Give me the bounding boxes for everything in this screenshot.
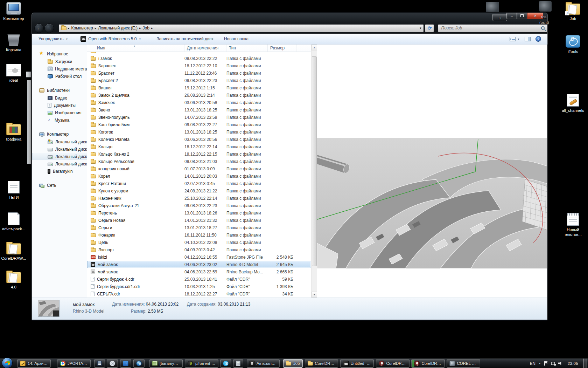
file-row[interactable]: Серги бурдюк.cdr1.cdr10.03.2013 1:25Файл…	[87, 283, 311, 290]
search-box[interactable]	[438, 24, 548, 32]
sidebar-item[interactable]: Локальный диск (F:)	[32, 160, 87, 168]
sidebar-group-header[interactable]: Избранное	[32, 50, 87, 58]
file-row[interactable]: Барашек18.12.2012 22:10Папка с файлами	[87, 62, 311, 69]
search-input[interactable]	[441, 26, 541, 30]
desktop-icon[interactable]: ideal	[0, 64, 27, 83]
file-row[interactable]: Серьга Новая14.01.2013 21:32Папка с файл…	[87, 217, 311, 224]
refresh-button[interactable]: ⟳	[425, 24, 434, 32]
column-header[interactable]: Тип	[226, 45, 268, 52]
file-row[interactable]: Кольцо18.12.2012 22:14Папка с файлами	[87, 143, 311, 150]
show-hidden-icons-button[interactable]: ▲	[539, 362, 541, 364]
change-view-button[interactable]: ▼	[510, 37, 520, 41]
file-row[interactable]: Обручалки Август 2109.08.2013 22:23Папка…	[87, 202, 311, 209]
back-button[interactable]: ←	[34, 23, 44, 33]
file-row[interactable]: i замок09.08.2013 22:22Папка с файлами	[87, 55, 311, 62]
network-status-icon[interactable]	[551, 362, 555, 365]
taskbar-button[interactable]: µTorrent 3.3	[185, 359, 218, 368]
show-desktop-button[interactable]	[583, 359, 587, 368]
action-center-flag-icon[interactable]	[544, 361, 548, 366]
sidebar-item[interactable]: Локальный диск (E:)	[32, 153, 87, 160]
organize-button[interactable]: Упорядочить ▼	[35, 34, 72, 44]
breadcrumb[interactable]: ▸Компьютер▸Локальный диск (E:)▸Job▸ ▼	[58, 24, 424, 32]
taskbar-button[interactable]: Untitled - ...	[340, 359, 374, 368]
sidebar-item[interactable]: Рабочий стол	[32, 73, 87, 80]
language-indicator[interactable]: EN	[530, 361, 536, 366]
file-row[interactable]: Кольцо Рельсовая09.08.2013 21:03Папка с …	[87, 158, 311, 165]
forward-button[interactable]: →	[44, 23, 54, 33]
volume-icon[interactable]	[558, 361, 562, 365]
start-button[interactable]	[2, 357, 13, 368]
file-row[interactable]: Серьги13.01.2013 18:27Папка с файлами	[87, 224, 311, 231]
taskbar-button[interactable]	[133, 359, 145, 368]
sidebar-group-header[interactable]: Сеть	[32, 182, 87, 189]
help-button[interactable]: ?	[536, 36, 541, 42]
file-row[interactable]: Серги бурдюк 4.cdr25.03.2013 16:41Файл "…	[87, 275, 311, 283]
breadcrumb-item[interactable]: Job	[142, 26, 150, 30]
file-row[interactable]: iskizi04.12.2012 16:55FastStone JPG File…	[87, 253, 311, 261]
desktop-icon[interactable]: Компьютер	[0, 2, 27, 21]
file-row[interactable]: мой замок04.06.2013 22:59Rhino Backup Mo…	[87, 268, 311, 275]
file-row[interactable]: Кольцо Каз-яз 218.12.2012 22:15Папка с ф…	[87, 150, 311, 158]
taskbar-button[interactable]	[233, 359, 243, 368]
open-with-rhinoceros-button[interactable]: Open with Rhinoceros 5.0 ▼	[77, 34, 145, 44]
desktop-icon[interactable]: ↗Job	[559, 2, 587, 21]
sidebar-item[interactable]: Недавние места	[32, 65, 87, 73]
file-row[interactable]: мой замок04.06.2013 23:02Rhino 3-D Model…	[87, 261, 311, 268]
preview-pane-toggle-button[interactable]	[525, 37, 531, 41]
vertical-scrollbar[interactable]: ▲ ▼	[311, 45, 317, 298]
sidebar-item[interactable]: Загрузки	[32, 58, 87, 65]
burn-disc-button[interactable]: Записать на оптический диск	[153, 34, 217, 44]
taskbar-button[interactable]: CorelDRA...	[411, 359, 445, 368]
new-folder-button[interactable]: Новая папка	[220, 34, 252, 44]
file-row[interactable]: СЕРЬГА.cdr18.12.2012 22:27Файл "CDR"34 К…	[87, 290, 311, 298]
occluded-desktop-icon[interactable]	[486, 2, 499, 12]
sidebar-group-header[interactable]: Библиотеки	[32, 87, 87, 94]
desktop-icon[interactable]: CorelDRAW...	[0, 242, 27, 261]
taskbar-button[interactable]: CorelDRA...	[376, 359, 410, 368]
file-row[interactable]: Цепь04.10.2012 22:08Папка с файлами	[87, 239, 311, 246]
file-row[interactable]: Фонарик16.11.2012 11:50Папка с файлами	[87, 231, 311, 239]
window-titlebar[interactable]: ↔ – ×	[31, 13, 548, 23]
taskbar-button[interactable]: 14. Архив ...	[17, 359, 51, 368]
column-header[interactable]: Имя	[87, 45, 184, 52]
desktop-icon[interactable]: ТЕГИ	[0, 181, 27, 200]
taskbar-button[interactable]	[120, 359, 131, 368]
taskbar-button[interactable]: Job	[283, 359, 303, 368]
maximize-button[interactable]	[517, 13, 527, 19]
sidebar-item[interactable]: Музыка	[32, 116, 87, 124]
scroll-down-button[interactable]: ▼	[312, 292, 317, 298]
file-row[interactable]: Колечко Planeta03.06.2013 20:56Папка с ф…	[87, 136, 311, 143]
breadcrumb-dropdown-icon[interactable]: ▼	[419, 27, 422, 30]
scrollbar-thumb[interactable]	[312, 56, 317, 266]
breadcrumb-item[interactable]: Локальный диск (E:)	[97, 26, 139, 30]
column-header[interactable]: Дата изменения	[184, 45, 226, 52]
file-row[interactable]: Замок 2 щелчка26.08.2013 2:14Папка с фай…	[87, 91, 311, 99]
taskbar-button[interactable]: JPORTAL: ...	[57, 359, 91, 368]
taskbar-button[interactable]: Автозапуск	[247, 359, 280, 368]
file-row[interactable]: Браслет11.12.2012 23:46Папка с файлами	[87, 69, 311, 77]
file-row[interactable]: Вишня19.12.2012 1:15Папка с файлами	[87, 84, 311, 91]
file-row[interactable]: Каст брилл 5мм09.08.2013 22:27Папка с фа…	[87, 121, 311, 128]
occluded-desktop-icon[interactable]	[539, 1, 552, 12]
taskbar-button[interactable]	[107, 359, 118, 368]
sidebar-group-header[interactable]: Компьютер	[32, 130, 87, 138]
sidebar-item[interactable]: Локальный диск (D:)	[32, 145, 87, 153]
taskbar-button[interactable]: COREL Pro...	[447, 359, 480, 368]
desktop-icon[interactable]: adver-pack...	[0, 212, 27, 231]
minimize-button[interactable]: –	[506, 13, 517, 19]
file-row[interactable]: Перстень13.01.2013 18:26Папка с файлами	[87, 209, 311, 217]
file-row[interactable]: Коготок13.01.2013 18:25Папка с файлами	[87, 128, 311, 136]
desktop-icon[interactable]: 4.0	[0, 271, 27, 289]
sidebar-item[interactable]: Документы	[32, 102, 87, 109]
file-row[interactable]: Браслет 209.08.2013 22:23Папка с файлами	[87, 77, 311, 84]
scroll-up-button[interactable]: ▲	[312, 45, 317, 50]
column-header[interactable]: Размер	[268, 45, 296, 52]
taskbar-button[interactable]: CorelDRA...	[305, 359, 338, 368]
desktop-icon[interactable]: графика	[0, 123, 27, 142]
desktop-icon[interactable]: Корзина	[0, 33, 27, 52]
file-row[interactable]: Замочек03.06.2013 20:58Папка с файлами	[87, 99, 311, 106]
sidebar-item[interactable]: Видео	[32, 94, 87, 102]
file-row[interactable]: Корел14.01.2013 20:03Папка с файлами	[87, 172, 311, 180]
breadcrumb-item[interactable]: Компьютер	[70, 26, 94, 30]
sidebar-item[interactable]: Baramykin	[32, 168, 87, 175]
